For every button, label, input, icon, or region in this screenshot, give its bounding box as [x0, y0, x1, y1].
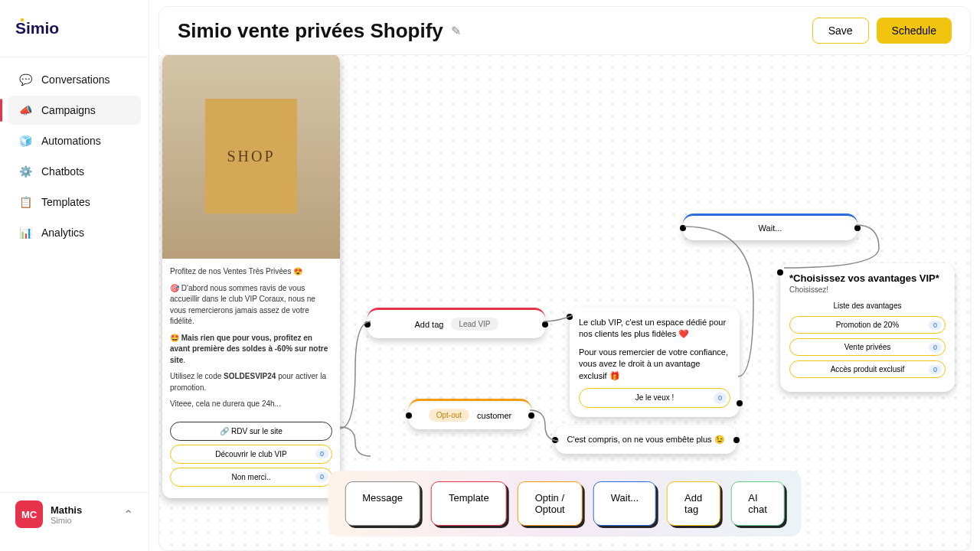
nav-automations[interactable]: 🧊Automations [8, 126, 141, 155]
user-info: Mathis Simio [51, 504, 116, 525]
addtag-label: Add tag [414, 320, 443, 329]
club-text2: Pour vous remercier de votre confiance, … [579, 347, 730, 382]
node-toolbar: Message Template Optin / Optout Wait... … [328, 471, 802, 536]
tag-pill: Lead VIP [451, 318, 498, 331]
cube-icon: 🧊 [18, 134, 32, 148]
message-card[interactable]: SHOP Profitez de nos Ventes Très Privées… [162, 55, 340, 498]
edit-icon[interactable]: ✎ [451, 24, 461, 38]
wait-label: Wait... [759, 223, 782, 233]
tool-template[interactable]: Template [431, 481, 507, 526]
msg-btn-discover[interactable]: Découvrir le club VIP0 [170, 445, 332, 464]
tool-message[interactable]: Message [345, 481, 420, 526]
cog-icon: ⚙️ [18, 165, 32, 178]
save-button[interactable]: Save [812, 18, 869, 44]
main: Simio vente privées Shopify ✎ Save Sched… [149, 0, 980, 551]
shop-bag: SHOP [205, 99, 297, 214]
tool-addtag[interactable]: Add tag [667, 481, 720, 526]
tool-wait[interactable]: Wait... [593, 481, 656, 526]
club-want-button[interactable]: Je le veux !0 [579, 388, 730, 408]
vip-subtitle: Choisissez! [789, 285, 946, 294]
vip-opt-promo[interactable]: Promotion de 20%0 [789, 316, 946, 334]
nav-analytics[interactable]: 📊Analytics [8, 218, 141, 247]
compris-node[interactable]: C'est compris, on ne vous embête plus 😉 [555, 425, 737, 454]
optout-role: customer [477, 411, 511, 420]
club-text1: Le club VIP, c'est un espace dédié pour … [579, 317, 730, 341]
chart-icon: 📊 [18, 226, 32, 240]
page-title: Simio vente privées Shopify [178, 19, 443, 43]
optout-node[interactable]: Opt-out customer [409, 399, 531, 429]
megaphone-icon: 📣 [18, 103, 32, 117]
nav-conversations[interactable]: 💬Conversations [8, 65, 141, 94]
clipboard-icon: 📋 [18, 195, 32, 209]
message-image: SHOP [162, 55, 340, 259]
header: Simio vente privées Shopify ✎ Save Sched… [158, 6, 971, 55]
optout-pill: Opt-out [429, 409, 469, 422]
user-row[interactable]: MC Mathis Simio ⌃ [0, 492, 149, 536]
msg-btn-rdv[interactable]: 🔗 RDV sur le site [170, 422, 332, 441]
avatar: MC [15, 500, 43, 528]
schedule-button[interactable]: Schedule [877, 18, 952, 44]
club-node[interactable]: Le club VIP, c'est un espace dédié pour … [570, 308, 740, 417]
nav-campaigns[interactable]: 📣Campaigns [8, 96, 141, 125]
nav-chatbots[interactable]: ⚙️Chatbots [8, 157, 141, 186]
compris-text: C'est compris, on ne vous embête plus 😉 [567, 435, 724, 444]
msg-btn-no[interactable]: Non merci..0 [170, 468, 332, 487]
svg-text:Simio: Simio [15, 19, 59, 37]
vip-title: *Choisissez vos avantages VIP* [789, 272, 946, 284]
wait-node[interactable]: Wait... [683, 214, 858, 240]
addtag-node[interactable]: Add tag Lead VIP [368, 308, 545, 338]
chevron-icon: ⌃ [123, 507, 133, 522]
vip-node[interactable]: *Choisissez vos avantages VIP* Choisisse… [780, 263, 955, 392]
vip-opt-vente[interactable]: Vente privées0 [789, 338, 946, 356]
logo: Simio [0, 15, 149, 57]
tool-optin[interactable]: Optin / Optout [518, 481, 583, 526]
tool-aichat[interactable]: AI chat [730, 481, 785, 526]
message-body: Profitez de nos Ventes Très Privées 😍 🎯 … [162, 259, 340, 422]
sidebar: Simio 💬Conversations 📣Campaigns 🧊Automat… [0, 0, 149, 551]
flow-canvas[interactable]: SHOP Profitez de nos Ventes Très Privées… [158, 55, 971, 551]
vip-opt-acces[interactable]: Accès produit exclusif0 [789, 360, 946, 378]
nav-templates[interactable]: 📋Templates [8, 187, 141, 217]
chat-icon: 💬 [18, 73, 32, 86]
vip-list-label: Liste des avantages [789, 302, 946, 310]
nav: 💬Conversations 📣Campaigns 🧊Automations ⚙… [0, 65, 149, 492]
